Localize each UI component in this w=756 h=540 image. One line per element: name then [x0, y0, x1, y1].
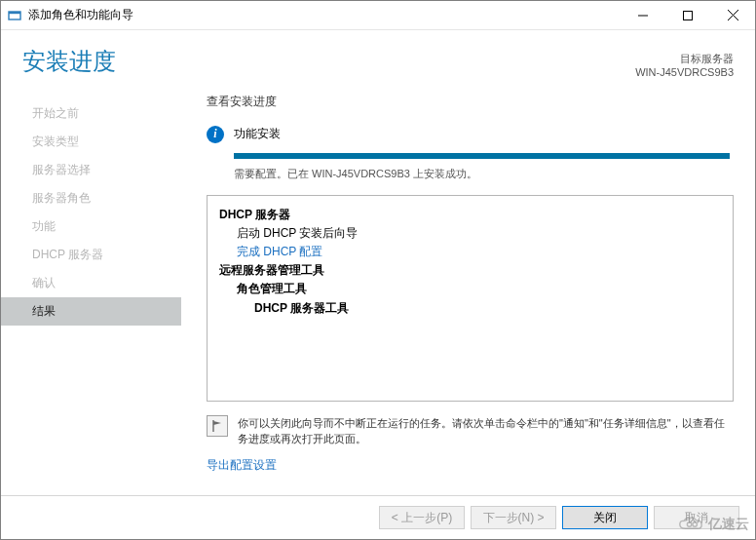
- nav-results[interactable]: 结果: [1, 297, 181, 326]
- next-button: 下一步(N) >: [471, 506, 556, 529]
- progress-bar: [234, 153, 730, 159]
- page-title: 安装进度: [22, 46, 116, 77]
- prev-button: < 上一步(P): [379, 506, 465, 529]
- note-text: 你可以关闭此向导而不中断正在运行的任务。请依次单击命令栏中的"通知"和"任务详细…: [238, 415, 734, 447]
- status-row: i 功能安装: [207, 126, 734, 143]
- minimize-button[interactable]: [621, 1, 665, 30]
- status-text: 功能安装: [234, 126, 281, 142]
- nav-features: 功能: [1, 212, 181, 241]
- svg-rect-1: [9, 12, 20, 14]
- target-server-label: 目标服务器: [635, 52, 734, 65]
- nav-confirm: 确认: [1, 269, 181, 297]
- result-dhcp-sub: 启动 DHCP 安装后向导: [219, 224, 721, 243]
- target-server-block: 目标服务器 WIN-J45VDRCS9B3: [635, 52, 734, 80]
- note-row: 你可以关闭此向导而不中断正在运行的任务。请依次单击命令栏中的"通知"和"任务详细…: [207, 415, 734, 447]
- nav-server-roles: 服务器角色: [1, 184, 181, 212]
- result-dhcp-title: DHCP 服务器: [219, 206, 721, 224]
- main-panel: 查看安装进度 i 功能安装 需要配置。已在 WIN-J45VDRCS9B3 上安…: [181, 94, 755, 495]
- flag-icon: [207, 415, 228, 437]
- result-role-admin-tools: 角色管理工具: [219, 280, 721, 298]
- nav-server-select: 服务器选择: [1, 156, 181, 184]
- progress-fill: [234, 153, 730, 159]
- window-title: 添加角色和功能向导: [28, 7, 621, 23]
- svg-rect-3: [684, 11, 693, 19]
- nav-sidebar: 开始之前 安装类型 服务器选择 服务器角色 功能 DHCP 服务器 确认 结果: [1, 94, 181, 495]
- titlebar: 添加角色和功能向导: [1, 1, 755, 30]
- section-label: 查看安装进度: [207, 94, 734, 110]
- footer: < 上一步(P) 下一步(N) > 关闭 取消: [1, 495, 755, 539]
- export-config-link[interactable]: 导出配置设置: [207, 457, 734, 474]
- complete-dhcp-config-link[interactable]: 完成 DHCP 配置: [219, 243, 721, 261]
- progress-message: 需要配置。已在 WIN-J45VDRCS9B3 上安装成功。: [234, 167, 734, 181]
- maximize-button[interactable]: [665, 1, 710, 30]
- body: 开始之前 安装类型 服务器选择 服务器角色 功能 DHCP 服务器 确认 结果 …: [1, 80, 755, 495]
- nav-dhcp-server: DHCP 服务器: [1, 241, 181, 269]
- result-rsat-title: 远程服务器管理工具: [219, 261, 721, 280]
- window-controls: [621, 1, 755, 30]
- close-wizard-button[interactable]: 关闭: [562, 506, 648, 529]
- app-icon: [7, 8, 22, 23]
- header: 安装进度 目标服务器 WIN-J45VDRCS9B3: [1, 30, 755, 80]
- nav-install-type: 安装类型: [1, 128, 181, 156]
- nav-before-begin: 开始之前: [1, 99, 181, 128]
- cancel-button: 取消: [654, 506, 739, 529]
- close-button[interactable]: [710, 1, 755, 30]
- result-dhcp-server-tools: DHCP 服务器工具: [219, 299, 721, 318]
- wizard-window: 添加角色和功能向导 安装进度 目标服务器 WIN-J45VDRCS9B3 开始之…: [0, 0, 756, 540]
- info-icon: i: [207, 126, 224, 143]
- results-box: DHCP 服务器 启动 DHCP 安装后向导 完成 DHCP 配置 远程服务器管…: [207, 195, 734, 402]
- target-server-value: WIN-J45VDRCS9B3: [635, 65, 734, 79]
